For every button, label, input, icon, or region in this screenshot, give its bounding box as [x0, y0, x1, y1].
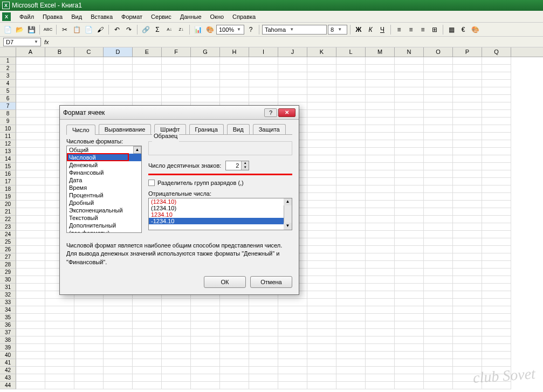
cell[interactable]	[336, 253, 366, 261]
cell[interactable]	[395, 269, 424, 276]
cell[interactable]	[336, 87, 366, 95]
cell[interactable]	[395, 140, 424, 148]
row-header[interactable]: 15	[0, 163, 16, 170]
scroll-up-icon[interactable]: ▲	[284, 198, 292, 205]
cell[interactable]	[424, 284, 453, 291]
cell[interactable]	[16, 336, 45, 344]
cell[interactable]	[191, 306, 220, 314]
cell[interactable]	[133, 344, 162, 352]
cell[interactable]	[16, 216, 45, 223]
cell[interactable]	[307, 299, 336, 306]
cell[interactable]	[366, 110, 395, 118]
cell[interactable]	[336, 321, 366, 329]
row-header[interactable]: 24	[0, 231, 16, 238]
cell[interactable]	[482, 57, 511, 65]
cell[interactable]	[482, 125, 511, 133]
row-header[interactable]: 25	[0, 238, 16, 246]
format-list-item[interactable]: Денежный	[67, 161, 141, 169]
cell[interactable]	[453, 163, 482, 170]
cell[interactable]	[424, 133, 453, 140]
cell[interactable]	[482, 261, 511, 269]
cell[interactable]	[395, 57, 424, 65]
cell[interactable]	[453, 359, 482, 367]
cell[interactable]	[453, 344, 482, 352]
borders-icon[interactable]: ▦	[446, 24, 457, 35]
format-painter-icon[interactable]: 🖌	[95, 24, 106, 35]
cell[interactable]	[104, 57, 133, 65]
cell[interactable]	[453, 57, 482, 65]
cell[interactable]	[482, 193, 511, 201]
cell[interactable]	[395, 246, 424, 253]
cell[interactable]	[366, 352, 395, 359]
cell[interactable]	[453, 216, 482, 223]
cell[interactable]	[453, 261, 482, 269]
zoom-combo[interactable]: 100%▼	[216, 25, 244, 35]
cell[interactable]	[104, 329, 133, 336]
cell[interactable]	[336, 163, 366, 170]
cell[interactable]	[482, 87, 511, 95]
cell[interactable]	[74, 321, 104, 329]
cell[interactable]	[74, 299, 104, 306]
cell[interactable]	[395, 321, 424, 329]
row-header[interactable]: 42	[0, 367, 16, 374]
cell[interactable]	[74, 65, 104, 72]
cell[interactable]	[395, 208, 424, 216]
cell[interactable]	[424, 231, 453, 238]
fontsize-combo[interactable]: 8▼	[328, 25, 347, 35]
cell[interactable]	[424, 269, 453, 276]
column-header[interactable]: N	[395, 47, 424, 57]
cell[interactable]	[220, 87, 249, 95]
tab-fill[interactable]: Вид	[227, 124, 250, 134]
cell[interactable]	[16, 163, 45, 170]
cell[interactable]	[336, 170, 366, 178]
cell[interactable]	[104, 367, 133, 374]
help-icon[interactable]: ?	[245, 24, 256, 35]
cell[interactable]	[336, 133, 366, 140]
cell[interactable]	[249, 299, 278, 306]
cell[interactable]	[249, 57, 278, 65]
cell[interactable]	[395, 72, 424, 80]
formats-listbox[interactable]: ▲ ОбщийЧисловойДенежныйФинансовыйДатаВре…	[66, 146, 142, 233]
cell[interactable]	[482, 148, 511, 155]
column-header[interactable]: H	[220, 47, 249, 57]
cell[interactable]	[307, 140, 336, 148]
spellcheck-icon[interactable]: ABC	[43, 24, 53, 35]
cell[interactable]	[191, 352, 220, 359]
row-header[interactable]: 14	[0, 155, 16, 163]
cell[interactable]	[453, 208, 482, 216]
cell[interactable]	[249, 359, 278, 367]
cell[interactable]	[395, 118, 424, 125]
cell[interactable]	[307, 321, 336, 329]
cell[interactable]	[16, 125, 45, 133]
row-header[interactable]: 40	[0, 352, 16, 359]
cell[interactable]	[16, 133, 45, 140]
cell[interactable]	[307, 148, 336, 155]
scroll-down-icon[interactable]: ▼	[284, 223, 292, 230]
cell[interactable]	[482, 246, 511, 253]
cell[interactable]	[307, 352, 336, 359]
cell[interactable]	[307, 329, 336, 336]
cell[interactable]	[74, 336, 104, 344]
cell[interactable]	[336, 299, 366, 306]
cell[interactable]	[133, 352, 162, 359]
cell[interactable]	[453, 299, 482, 306]
cell[interactable]	[307, 110, 336, 118]
cell[interactable]	[424, 261, 453, 269]
cell[interactable]	[453, 306, 482, 314]
row-header[interactable]: 39	[0, 344, 16, 352]
sum-icon[interactable]: Σ	[152, 24, 163, 35]
sort-asc-icon[interactable]: A↓	[164, 24, 175, 35]
cell[interactable]	[133, 321, 162, 329]
format-list-item[interactable]: (все форматы)	[67, 229, 141, 233]
cell[interactable]	[424, 314, 453, 321]
cancel-button[interactable]: Отмена	[250, 276, 292, 288]
cell[interactable]	[307, 65, 336, 72]
cell[interactable]	[16, 185, 45, 193]
cell[interactable]	[453, 223, 482, 231]
cell[interactable]	[482, 102, 511, 110]
cell[interactable]	[74, 72, 104, 80]
cell[interactable]	[395, 125, 424, 133]
cell[interactable]	[424, 125, 453, 133]
cell[interactable]	[191, 344, 220, 352]
cell[interactable]	[366, 87, 395, 95]
